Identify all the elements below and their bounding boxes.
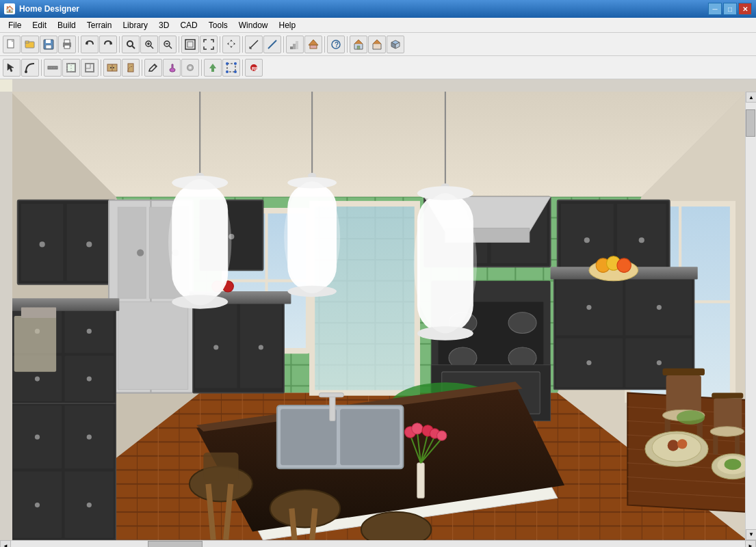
pan-button[interactable] — [222, 36, 240, 53]
scrollbar-horizontal[interactable]: ◄ ► — [0, 540, 756, 547]
floor-plan-button[interactable] — [81, 59, 99, 77]
material-button[interactable] — [181, 59, 199, 77]
line-draw-button[interactable] — [263, 36, 281, 53]
roof-button[interactable] — [304, 36, 322, 53]
svg-marker-79 — [12, 92, 745, 197]
cabinet-button[interactable] — [103, 59, 121, 77]
build-stairs-button[interactable] — [286, 36, 304, 53]
menu-terrain[interactable]: Terrain — [81, 19, 118, 31]
toolbar-separator-1 — [78, 36, 79, 53]
svg-rect-190 — [203, 453, 238, 481]
menu-window[interactable]: Window — [233, 19, 274, 31]
svg-point-245 — [35, 435, 40, 440]
measure-button[interactable] — [245, 36, 263, 53]
title-bar: 🏠 Home Designer ─ □ ✕ — [0, 0, 756, 18]
toolbar2-separator-2 — [101, 59, 101, 76]
svg-rect-6 — [46, 45, 51, 49]
toolbar2-separator-5 — [242, 59, 243, 76]
menu-build[interactable]: Build — [52, 19, 81, 31]
menu-file[interactable]: File — [3, 19, 27, 31]
transform-button[interactable] — [222, 59, 240, 77]
zoom-out-button[interactable] — [159, 36, 177, 53]
scroll-track-horizontal[interactable] — [11, 541, 745, 547]
fit-window-button[interactable] — [181, 36, 199, 53]
close-button[interactable]: ✕ — [738, 3, 752, 15]
door-button[interactable] — [122, 59, 140, 77]
svg-point-64 — [234, 70, 237, 73]
toolbar2-separator-4 — [201, 59, 202, 76]
scroll-thumb-vertical[interactable] — [746, 109, 755, 137]
draw-arc-button[interactable] — [21, 59, 39, 77]
select-objects-button[interactable] — [3, 59, 21, 77]
home-exterior-button[interactable] — [368, 36, 386, 53]
svg-point-164 — [617, 258, 631, 272]
scroll-left-button[interactable]: ◄ — [0, 540, 11, 547]
home-interior-button[interactable] — [350, 36, 367, 53]
redo-button[interactable] — [99, 36, 117, 53]
svg-rect-173 — [340, 409, 400, 465]
svg-rect-30 — [296, 41, 298, 49]
svg-point-53 — [110, 67, 112, 68]
menu-cad[interactable]: CAD — [174, 19, 203, 31]
svg-point-139 — [213, 345, 218, 349]
edit-object-button[interactable] — [144, 59, 162, 77]
open-button[interactable] — [21, 36, 39, 53]
svg-point-57 — [187, 64, 194, 71]
svg-rect-3 — [25, 41, 29, 43]
toolbar-separator-5 — [242, 36, 243, 53]
menu-library[interactable]: Library — [117, 19, 153, 31]
scroll-thumb-horizontal[interactable] — [148, 541, 203, 547]
menu-3d[interactable]: 3D — [153, 19, 174, 31]
svg-rect-67 — [12, 79, 756, 92]
fullscreen-button[interactable] — [200, 36, 218, 53]
svg-point-234 — [677, 439, 687, 449]
wall-button[interactable] — [44, 59, 62, 77]
svg-point-99 — [86, 241, 92, 247]
find-button[interactable] — [122, 36, 140, 53]
paint-tool-button[interactable] — [163, 59, 181, 77]
scroll-track-vertical[interactable] — [746, 103, 756, 529]
help-button[interactable]: ? — [327, 36, 345, 53]
scroll-right-button[interactable]: ► — [745, 540, 756, 547]
svg-point-61 — [226, 62, 229, 65]
svg-point-131 — [87, 329, 92, 334]
scroll-down-button[interactable]: ▼ — [746, 529, 756, 540]
window-title: Home Designer — [19, 4, 708, 14]
svg-point-157 — [657, 305, 662, 310]
svg-rect-36 — [357, 46, 360, 49]
save-button[interactable] — [40, 36, 57, 53]
svg-rect-21 — [185, 40, 195, 49]
svg-point-133 — [87, 377, 92, 382]
svg-point-62 — [234, 62, 237, 65]
zoom-in-button[interactable] — [140, 36, 158, 53]
record-button[interactable]: REC — [245, 59, 263, 77]
move-up-button[interactable] — [204, 59, 222, 77]
svg-point-206 — [284, 181, 340, 293]
menu-edit[interactable]: Edit — [27, 19, 52, 31]
toolbar-separator-4 — [220, 36, 220, 53]
minimize-button[interactable]: ─ — [708, 3, 722, 15]
canvas-area[interactable] — [12, 92, 745, 540]
room-button[interactable] — [62, 59, 80, 77]
undo-button[interactable] — [81, 36, 99, 53]
svg-point-237 — [725, 459, 742, 470]
maximize-button[interactable]: □ — [723, 3, 737, 15]
svg-text:?: ? — [335, 41, 339, 49]
toolbar-separator-6 — [283, 36, 284, 53]
menu-help[interactable]: Help — [273, 19, 301, 31]
3d-view-button[interactable] — [387, 36, 404, 53]
svg-rect-32 — [310, 45, 317, 49]
toolbar-separator-3 — [179, 36, 179, 53]
svg-point-63 — [226, 70, 229, 73]
svg-point-212 — [414, 194, 477, 334]
menu-tools[interactable]: Tools — [203, 19, 233, 31]
svg-marker-37 — [354, 40, 363, 44]
scroll-up-button[interactable]: ▲ — [746, 92, 756, 103]
svg-rect-176 — [417, 463, 424, 498]
svg-point-158 — [586, 360, 591, 365]
new-button[interactable] — [3, 36, 21, 53]
ruler-left — [0, 92, 12, 540]
print-button[interactable] — [58, 36, 76, 53]
svg-point-140 — [259, 345, 263, 349]
scrollbar-vertical[interactable]: ▲ ▼ — [745, 92, 756, 540]
